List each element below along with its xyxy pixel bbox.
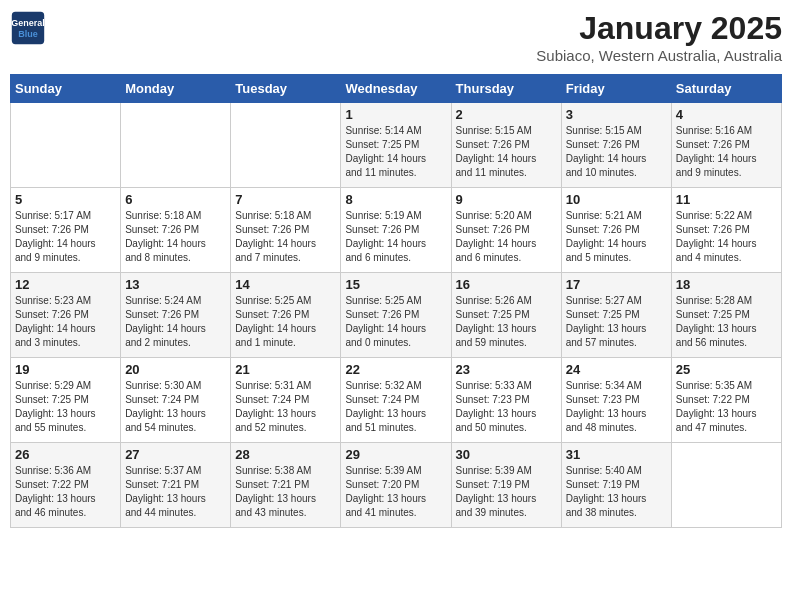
day-info: Sunrise: 5:19 AM Sunset: 7:26 PM Dayligh…	[345, 209, 446, 265]
calendar-cell: 15Sunrise: 5:25 AM Sunset: 7:26 PM Dayli…	[341, 273, 451, 358]
calendar-cell: 19Sunrise: 5:29 AM Sunset: 7:25 PM Dayli…	[11, 358, 121, 443]
calendar-cell: 23Sunrise: 5:33 AM Sunset: 7:23 PM Dayli…	[451, 358, 561, 443]
calendar-cell: 14Sunrise: 5:25 AM Sunset: 7:26 PM Dayli…	[231, 273, 341, 358]
day-info: Sunrise: 5:21 AM Sunset: 7:26 PM Dayligh…	[566, 209, 667, 265]
day-number: 31	[566, 447, 667, 462]
day-number: 9	[456, 192, 557, 207]
calendar-cell: 7Sunrise: 5:18 AM Sunset: 7:26 PM Daylig…	[231, 188, 341, 273]
logo-icon: General Blue	[10, 10, 46, 46]
day-number: 4	[676, 107, 777, 122]
title-area: January 2025 Subiaco, Western Australia,…	[536, 10, 782, 64]
day-number: 20	[125, 362, 226, 377]
week-row-1: 1Sunrise: 5:14 AM Sunset: 7:25 PM Daylig…	[11, 103, 782, 188]
day-info: Sunrise: 5:26 AM Sunset: 7:25 PM Dayligh…	[456, 294, 557, 350]
weekday-header-sunday: Sunday	[11, 75, 121, 103]
day-info: Sunrise: 5:39 AM Sunset: 7:19 PM Dayligh…	[456, 464, 557, 520]
week-row-2: 5Sunrise: 5:17 AM Sunset: 7:26 PM Daylig…	[11, 188, 782, 273]
calendar-cell: 20Sunrise: 5:30 AM Sunset: 7:24 PM Dayli…	[121, 358, 231, 443]
calendar-cell: 21Sunrise: 5:31 AM Sunset: 7:24 PM Dayli…	[231, 358, 341, 443]
day-number: 30	[456, 447, 557, 462]
day-info: Sunrise: 5:32 AM Sunset: 7:24 PM Dayligh…	[345, 379, 446, 435]
calendar-cell: 17Sunrise: 5:27 AM Sunset: 7:25 PM Dayli…	[561, 273, 671, 358]
location: Subiaco, Western Australia, Australia	[536, 47, 782, 64]
day-info: Sunrise: 5:33 AM Sunset: 7:23 PM Dayligh…	[456, 379, 557, 435]
week-row-3: 12Sunrise: 5:23 AM Sunset: 7:26 PM Dayli…	[11, 273, 782, 358]
calendar-table: SundayMondayTuesdayWednesdayThursdayFrid…	[10, 74, 782, 528]
day-number: 6	[125, 192, 226, 207]
calendar-cell: 31Sunrise: 5:40 AM Sunset: 7:19 PM Dayli…	[561, 443, 671, 528]
calendar-cell: 9Sunrise: 5:20 AM Sunset: 7:26 PM Daylig…	[451, 188, 561, 273]
weekday-header-tuesday: Tuesday	[231, 75, 341, 103]
day-info: Sunrise: 5:28 AM Sunset: 7:25 PM Dayligh…	[676, 294, 777, 350]
day-info: Sunrise: 5:39 AM Sunset: 7:20 PM Dayligh…	[345, 464, 446, 520]
calendar-cell: 18Sunrise: 5:28 AM Sunset: 7:25 PM Dayli…	[671, 273, 781, 358]
calendar-cell: 28Sunrise: 5:38 AM Sunset: 7:21 PM Dayli…	[231, 443, 341, 528]
day-number: 25	[676, 362, 777, 377]
day-info: Sunrise: 5:34 AM Sunset: 7:23 PM Dayligh…	[566, 379, 667, 435]
calendar-cell	[11, 103, 121, 188]
day-number: 11	[676, 192, 777, 207]
day-info: Sunrise: 5:30 AM Sunset: 7:24 PM Dayligh…	[125, 379, 226, 435]
day-number: 8	[345, 192, 446, 207]
calendar-cell: 8Sunrise: 5:19 AM Sunset: 7:26 PM Daylig…	[341, 188, 451, 273]
calendar-cell: 22Sunrise: 5:32 AM Sunset: 7:24 PM Dayli…	[341, 358, 451, 443]
day-info: Sunrise: 5:15 AM Sunset: 7:26 PM Dayligh…	[566, 124, 667, 180]
calendar-cell: 24Sunrise: 5:34 AM Sunset: 7:23 PM Dayli…	[561, 358, 671, 443]
calendar-cell: 2Sunrise: 5:15 AM Sunset: 7:26 PM Daylig…	[451, 103, 561, 188]
calendar-cell: 16Sunrise: 5:26 AM Sunset: 7:25 PM Dayli…	[451, 273, 561, 358]
day-number: 12	[15, 277, 116, 292]
calendar-cell: 26Sunrise: 5:36 AM Sunset: 7:22 PM Dayli…	[11, 443, 121, 528]
day-info: Sunrise: 5:22 AM Sunset: 7:26 PM Dayligh…	[676, 209, 777, 265]
day-number: 14	[235, 277, 336, 292]
day-number: 29	[345, 447, 446, 462]
day-info: Sunrise: 5:16 AM Sunset: 7:26 PM Dayligh…	[676, 124, 777, 180]
day-info: Sunrise: 5:25 AM Sunset: 7:26 PM Dayligh…	[235, 294, 336, 350]
calendar-cell: 13Sunrise: 5:24 AM Sunset: 7:26 PM Dayli…	[121, 273, 231, 358]
week-row-4: 19Sunrise: 5:29 AM Sunset: 7:25 PM Dayli…	[11, 358, 782, 443]
day-info: Sunrise: 5:14 AM Sunset: 7:25 PM Dayligh…	[345, 124, 446, 180]
calendar-cell: 11Sunrise: 5:22 AM Sunset: 7:26 PM Dayli…	[671, 188, 781, 273]
day-number: 26	[15, 447, 116, 462]
day-number: 2	[456, 107, 557, 122]
calendar-cell	[121, 103, 231, 188]
weekday-header-saturday: Saturday	[671, 75, 781, 103]
logo: General Blue	[10, 10, 46, 46]
svg-text:Blue: Blue	[18, 29, 38, 39]
week-row-5: 26Sunrise: 5:36 AM Sunset: 7:22 PM Dayli…	[11, 443, 782, 528]
day-number: 13	[125, 277, 226, 292]
day-number: 23	[456, 362, 557, 377]
day-info: Sunrise: 5:18 AM Sunset: 7:26 PM Dayligh…	[235, 209, 336, 265]
day-info: Sunrise: 5:35 AM Sunset: 7:22 PM Dayligh…	[676, 379, 777, 435]
day-info: Sunrise: 5:37 AM Sunset: 7:21 PM Dayligh…	[125, 464, 226, 520]
day-number: 1	[345, 107, 446, 122]
weekday-header-monday: Monday	[121, 75, 231, 103]
calendar-cell: 4Sunrise: 5:16 AM Sunset: 7:26 PM Daylig…	[671, 103, 781, 188]
weekday-header-row: SundayMondayTuesdayWednesdayThursdayFrid…	[11, 75, 782, 103]
calendar-cell: 29Sunrise: 5:39 AM Sunset: 7:20 PM Dayli…	[341, 443, 451, 528]
calendar-cell: 10Sunrise: 5:21 AM Sunset: 7:26 PM Dayli…	[561, 188, 671, 273]
calendar-cell: 30Sunrise: 5:39 AM Sunset: 7:19 PM Dayli…	[451, 443, 561, 528]
day-info: Sunrise: 5:15 AM Sunset: 7:26 PM Dayligh…	[456, 124, 557, 180]
day-number: 27	[125, 447, 226, 462]
svg-text:General: General	[11, 18, 45, 28]
calendar-cell: 1Sunrise: 5:14 AM Sunset: 7:25 PM Daylig…	[341, 103, 451, 188]
day-info: Sunrise: 5:36 AM Sunset: 7:22 PM Dayligh…	[15, 464, 116, 520]
calendar-cell: 27Sunrise: 5:37 AM Sunset: 7:21 PM Dayli…	[121, 443, 231, 528]
day-number: 28	[235, 447, 336, 462]
day-info: Sunrise: 5:17 AM Sunset: 7:26 PM Dayligh…	[15, 209, 116, 265]
day-info: Sunrise: 5:29 AM Sunset: 7:25 PM Dayligh…	[15, 379, 116, 435]
day-number: 17	[566, 277, 667, 292]
day-info: Sunrise: 5:23 AM Sunset: 7:26 PM Dayligh…	[15, 294, 116, 350]
calendar-cell: 5Sunrise: 5:17 AM Sunset: 7:26 PM Daylig…	[11, 188, 121, 273]
day-number: 18	[676, 277, 777, 292]
day-info: Sunrise: 5:24 AM Sunset: 7:26 PM Dayligh…	[125, 294, 226, 350]
day-info: Sunrise: 5:25 AM Sunset: 7:26 PM Dayligh…	[345, 294, 446, 350]
day-info: Sunrise: 5:20 AM Sunset: 7:26 PM Dayligh…	[456, 209, 557, 265]
day-number: 10	[566, 192, 667, 207]
day-number: 22	[345, 362, 446, 377]
weekday-header-wednesday: Wednesday	[341, 75, 451, 103]
day-number: 16	[456, 277, 557, 292]
day-number: 3	[566, 107, 667, 122]
day-info: Sunrise: 5:18 AM Sunset: 7:26 PM Dayligh…	[125, 209, 226, 265]
calendar-cell: 3Sunrise: 5:15 AM Sunset: 7:26 PM Daylig…	[561, 103, 671, 188]
